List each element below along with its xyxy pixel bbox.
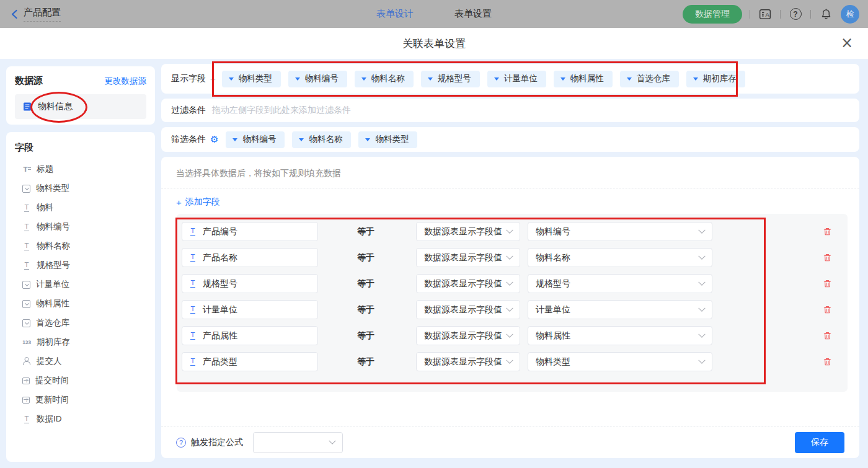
source-field-select[interactable]: 物料编号 [528, 222, 712, 241]
target-field-input[interactable]: 产品编号 [182, 222, 318, 241]
tab-form-design[interactable]: 表单设计 [376, 8, 414, 20]
query-field-tag[interactable]: 物料名称 [292, 131, 351, 148]
trigger-formula-select[interactable] [253, 432, 343, 453]
help-circle-icon[interactable]: ? [176, 438, 186, 448]
delete-row-button[interactable] [823, 331, 832, 340]
tag-label: 首选仓库 [637, 73, 670, 84]
display-field-tag[interactable]: 规格型号 [421, 71, 480, 87]
help-icon[interactable]: ? [788, 7, 803, 22]
source-type-select[interactable]: 数据源表显示字段值 [416, 352, 520, 371]
chevron-down-icon [506, 356, 513, 363]
display-field-tag[interactable]: 计量单位 [487, 71, 546, 87]
chevron-down-icon [698, 356, 705, 363]
gear-icon[interactable] [210, 134, 218, 145]
field-list: 标题 物料类型 物料 物料编号 物料名称 [15, 162, 155, 426]
chevron-down-icon [506, 226, 513, 233]
display-field-tag[interactable]: 物料类型 [222, 71, 281, 87]
language-icon[interactable]: A [758, 7, 773, 22]
filter-dropzone[interactable]: 拖动左侧字段到此处来添加过滤条件 [212, 105, 351, 116]
field-item[interactable]: 计量单位 [15, 278, 155, 291]
source-field-select[interactable]: 物料属性 [528, 326, 712, 345]
delete-row-button[interactable] [823, 279, 832, 288]
source-type-select[interactable]: 数据源表显示字段值 [416, 274, 520, 293]
data-manage-button[interactable]: 数据管理 [683, 5, 742, 24]
target-field-input[interactable]: 产品名称 [182, 248, 318, 267]
target-field-input[interactable]: 规格型号 [182, 274, 318, 293]
display-field-tag[interactable]: 物料编号 [288, 71, 347, 87]
field-item[interactable]: 期初库存 [15, 335, 155, 349]
chevron-down-icon [698, 330, 705, 337]
field-item-label: 首选仓库 [36, 317, 69, 329]
select-value: 数据源表显示字段值 [424, 252, 502, 263]
field-item[interactable]: 数据ID [15, 412, 155, 426]
trash-icon [823, 253, 832, 262]
back-button[interactable]: 产品配置 [10, 7, 61, 22]
field-item[interactable]: 物料名称 [15, 239, 155, 253]
notification-bell-icon[interactable] [818, 7, 833, 22]
avatar[interactable]: 检 [841, 5, 859, 24]
display-field-tag[interactable]: 物料属性 [554, 71, 613, 87]
delete-row-button[interactable] [823, 253, 832, 262]
source-type-select[interactable]: 数据源表显示字段值 [416, 248, 520, 267]
datasource-item-label: 物料信息 [38, 101, 73, 112]
field-item[interactable]: 提交时间 [15, 374, 155, 387]
target-field-value: 产品编号 [203, 226, 237, 237]
field-item[interactable]: 规格型号 [15, 258, 155, 272]
select-value: 物料类型 [536, 356, 570, 368]
field-item[interactable]: 物料类型 [15, 182, 155, 195]
field-type-icon [22, 338, 31, 347]
field-type-icon [22, 165, 31, 174]
query-field-tag[interactable]: 物料编号 [226, 131, 285, 148]
field-item[interactable]: 提交人 [15, 355, 155, 368]
tag-label: 物料类型 [375, 134, 409, 145]
source-field-select[interactable]: 规格型号 [528, 274, 712, 293]
text-field-icon [188, 227, 197, 236]
target-field-input[interactable]: 产品类型 [182, 352, 318, 371]
field-item[interactable]: 标题 [15, 162, 155, 176]
chevron-down-icon [506, 330, 513, 337]
source-field-select[interactable]: 物料类型 [528, 352, 712, 371]
add-field-button[interactable]: 添加字段 [176, 196, 220, 208]
caret-down-icon [365, 138, 370, 141]
modal-title: 关联表单设置 [402, 37, 466, 51]
change-datasource-link[interactable]: 更改数据源 [105, 76, 147, 87]
save-button[interactable]: 保存 [795, 432, 844, 453]
delete-row-button[interactable] [823, 357, 832, 366]
select-value: 数据源表显示字段值 [424, 226, 502, 237]
datasource-title: 数据源 [15, 75, 43, 87]
target-field-input[interactable]: 产品属性 [182, 326, 318, 345]
delete-row-button[interactable] [823, 227, 832, 236]
delete-row-button[interactable] [823, 305, 832, 314]
query-field-tag[interactable]: 物料类型 [358, 131, 417, 148]
datasource-item[interactable]: 物料信息 [15, 94, 146, 119]
display-field-tag[interactable]: 期初库存 [686, 71, 745, 87]
field-type-icon [22, 319, 30, 327]
source-type-select[interactable]: 数据源表显示字段值 [416, 222, 520, 241]
tag-label: 物料编号 [305, 73, 339, 84]
target-field-value: 规格型号 [203, 278, 237, 289]
field-item[interactable]: 物料属性 [15, 297, 155, 311]
display-field-tag[interactable]: 物料名称 [355, 71, 414, 87]
source-type-select[interactable]: 数据源表显示字段值 [416, 326, 520, 345]
target-field-input[interactable]: 计量单位 [182, 300, 318, 319]
topbar: 产品配置 表单设计 表单设置 数据管理 A ? 检 [0, 0, 868, 28]
source-field-select[interactable]: 计量单位 [528, 300, 712, 319]
text-field-icon [188, 306, 197, 314]
field-item[interactable]: 更新时间 [15, 393, 155, 407]
add-display-field-button[interactable] [210, 74, 216, 84]
field-item[interactable]: 首选仓库 [15, 316, 155, 330]
field-item-label: 数据ID [37, 413, 62, 425]
source-field-select[interactable]: 物料名称 [528, 248, 712, 267]
source-type-select[interactable]: 数据源表显示字段值 [416, 300, 520, 319]
tab-form-settings[interactable]: 表单设置 [454, 8, 492, 20]
field-item[interactable]: 物料 [15, 201, 155, 214]
close-icon[interactable]: × [841, 34, 853, 51]
caret-down-icon [560, 77, 565, 81]
text-field-icon [188, 280, 197, 288]
operator-label: 等于 [357, 278, 416, 289]
display-field-tag[interactable]: 首选仓库 [620, 71, 679, 87]
tag-label: 物料编号 [242, 134, 276, 145]
field-item[interactable]: 物料编号 [15, 220, 155, 234]
select-value: 数据源表显示字段值 [424, 330, 502, 342]
panel-footer: ? 触发指定公式 保存 [161, 426, 859, 458]
